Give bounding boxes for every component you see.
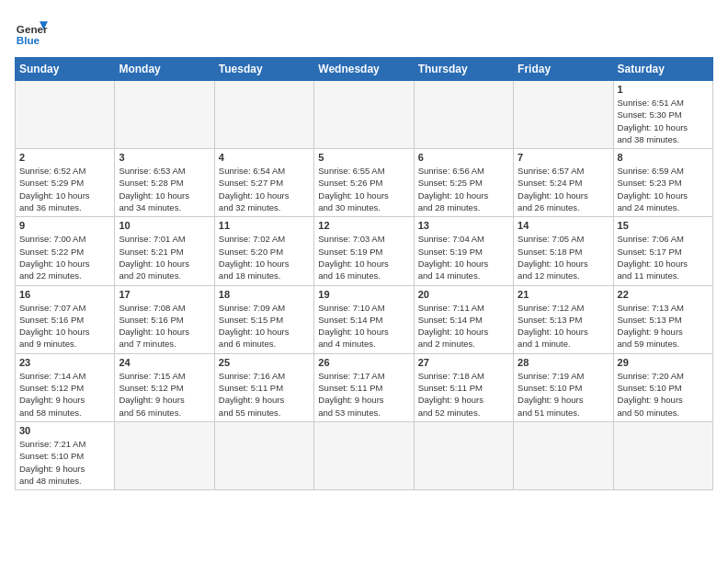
day-number: 17 [119,289,210,300]
day-number: 2 [19,152,110,163]
logo-icon: General Blue [15,15,48,48]
calendar-day-25: 25Sunrise: 7:16 AMSunset: 5:11 PMDayligh… [214,353,313,421]
calendar-day-empty [214,421,313,489]
day-number: 23 [19,357,110,368]
calendar-day-15: 15Sunrise: 7:06 AMSunset: 5:17 PMDayligh… [613,217,712,285]
calendar-day-12: 12Sunrise: 7:03 AMSunset: 5:19 PMDayligh… [314,217,414,285]
day-info: Sunrise: 7:20 AMSunset: 5:10 PMDaylight:… [618,370,709,419]
day-number: 25 [219,357,310,368]
calendar-day-20: 20Sunrise: 7:11 AMSunset: 5:14 PMDayligh… [414,285,513,353]
day-info: Sunrise: 7:11 AMSunset: 5:14 PMDaylight:… [418,302,509,350]
calendar-day-empty [115,81,214,149]
day-number: 28 [518,357,609,368]
day-number: 8 [618,152,709,163]
day-info: Sunrise: 7:04 AMSunset: 5:19 PMDaylight:… [418,233,509,282]
calendar-day-13: 13Sunrise: 7:04 AMSunset: 5:19 PMDayligh… [414,217,513,285]
calendar-day-empty [414,81,513,149]
calendar-day-24: 24Sunrise: 7:15 AMSunset: 5:12 PMDayligh… [115,353,214,421]
calendar-day-11: 11Sunrise: 7:02 AMSunset: 5:20 PMDayligh… [214,217,313,285]
day-info: Sunrise: 7:09 AMSunset: 5:15 PMDaylight:… [219,302,310,350]
calendar-day-empty [514,81,613,149]
calendar-day-23: 23Sunrise: 7:14 AMSunset: 5:12 PMDayligh… [16,353,115,421]
day-info: Sunrise: 7:03 AMSunset: 5:19 PMDaylight:… [318,233,409,282]
calendar-day-10: 10Sunrise: 7:01 AMSunset: 5:21 PMDayligh… [115,217,214,285]
calendar-day-1: 1Sunrise: 6:51 AMSunset: 5:30 PMDaylight… [613,81,712,149]
day-number: 15 [618,220,709,231]
calendar-day-16: 16Sunrise: 7:07 AMSunset: 5:16 PMDayligh… [16,285,115,353]
weekday-header-friday: Friday [514,58,613,81]
day-info: Sunrise: 6:54 AMSunset: 5:27 PMDaylight:… [219,165,310,213]
weekday-header-saturday: Saturday [613,58,712,81]
day-info: Sunrise: 6:57 AMSunset: 5:24 PMDaylight:… [518,165,609,213]
calendar-week-row: 16Sunrise: 7:07 AMSunset: 5:16 PMDayligh… [16,285,713,353]
day-info: Sunrise: 7:07 AMSunset: 5:16 PMDaylight:… [19,302,110,350]
calendar-day-21: 21Sunrise: 7:12 AMSunset: 5:13 PMDayligh… [514,285,613,353]
weekday-header-thursday: Thursday [414,58,513,81]
day-number: 22 [618,289,709,300]
day-info: Sunrise: 6:51 AMSunset: 5:30 PMDaylight:… [618,97,709,145]
day-info: Sunrise: 7:08 AMSunset: 5:16 PMDaylight:… [119,302,210,350]
day-number: 10 [119,220,210,231]
day-info: Sunrise: 7:13 AMSunset: 5:13 PMDaylight:… [618,302,709,350]
calendar-day-29: 29Sunrise: 7:20 AMSunset: 5:10 PMDayligh… [613,353,712,421]
header: General Blue [15,15,713,48]
calendar-day-30: 30Sunrise: 7:21 AMSunset: 5:10 PMDayligh… [16,421,115,489]
calendar-day-empty [414,421,513,489]
calendar-day-4: 4Sunrise: 6:54 AMSunset: 5:27 PMDaylight… [214,149,313,217]
calendar-week-row: 9Sunrise: 7:00 AMSunset: 5:22 PMDaylight… [16,217,713,285]
calendar-day-26: 26Sunrise: 7:17 AMSunset: 5:11 PMDayligh… [314,353,414,421]
day-info: Sunrise: 7:00 AMSunset: 5:22 PMDaylight:… [19,233,110,282]
calendar-day-empty [314,81,414,149]
day-number: 14 [518,220,609,231]
day-number: 3 [119,152,210,163]
calendar-day-8: 8Sunrise: 6:59 AMSunset: 5:23 PMDaylight… [613,149,712,217]
calendar-day-28: 28Sunrise: 7:19 AMSunset: 5:10 PMDayligh… [514,353,613,421]
day-number: 24 [119,357,210,368]
calendar-day-7: 7Sunrise: 6:57 AMSunset: 5:24 PMDaylight… [514,149,613,217]
weekday-header-sunday: Sunday [16,58,115,81]
day-number: 30 [19,425,110,436]
weekday-header-monday: Monday [115,58,214,81]
day-number: 5 [318,152,409,163]
day-info: Sunrise: 6:55 AMSunset: 5:26 PMDaylight:… [318,165,409,213]
day-info: Sunrise: 6:52 AMSunset: 5:29 PMDaylight:… [19,165,110,213]
calendar-week-row: 1Sunrise: 6:51 AMSunset: 5:30 PMDaylight… [16,81,713,149]
calendar-day-3: 3Sunrise: 6:53 AMSunset: 5:28 PMDaylight… [115,149,214,217]
calendar-day-2: 2Sunrise: 6:52 AMSunset: 5:29 PMDaylight… [16,149,115,217]
calendar-day-empty [314,421,414,489]
day-number: 26 [318,357,409,368]
day-number: 19 [318,289,409,300]
calendar-week-row: 30Sunrise: 7:21 AMSunset: 5:10 PMDayligh… [16,421,713,489]
day-info: Sunrise: 7:12 AMSunset: 5:13 PMDaylight:… [518,302,609,350]
day-info: Sunrise: 6:56 AMSunset: 5:25 PMDaylight:… [418,165,509,213]
day-number: 7 [518,152,609,163]
calendar-day-empty [514,421,613,489]
day-number: 18 [219,289,310,300]
day-info: Sunrise: 7:15 AMSunset: 5:12 PMDaylight:… [119,370,210,419]
day-number: 16 [19,289,110,300]
calendar-day-22: 22Sunrise: 7:13 AMSunset: 5:13 PMDayligh… [613,285,712,353]
calendar: SundayMondayTuesdayWednesdayThursdayFrid… [15,57,713,490]
day-number: 6 [418,152,509,163]
calendar-day-18: 18Sunrise: 7:09 AMSunset: 5:15 PMDayligh… [214,285,313,353]
calendar-day-27: 27Sunrise: 7:18 AMSunset: 5:11 PMDayligh… [414,353,513,421]
calendar-day-5: 5Sunrise: 6:55 AMSunset: 5:26 PMDaylight… [314,149,414,217]
day-info: Sunrise: 7:21 AMSunset: 5:10 PMDaylight:… [19,438,110,487]
weekday-header-wednesday: Wednesday [314,58,414,81]
day-info: Sunrise: 7:17 AMSunset: 5:11 PMDaylight:… [318,370,409,419]
day-info: Sunrise: 7:06 AMSunset: 5:17 PMDaylight:… [618,233,709,282]
day-info: Sunrise: 7:18 AMSunset: 5:11 PMDaylight:… [418,370,509,419]
day-info: Sunrise: 6:59 AMSunset: 5:23 PMDaylight:… [618,165,709,213]
day-info: Sunrise: 7:19 AMSunset: 5:10 PMDaylight:… [518,370,609,419]
calendar-week-row: 2Sunrise: 6:52 AMSunset: 5:29 PMDaylight… [16,149,713,217]
day-number: 20 [418,289,509,300]
svg-text:Blue: Blue [17,34,40,46]
weekday-header-tuesday: Tuesday [214,58,313,81]
calendar-day-empty [115,421,214,489]
day-number: 27 [418,357,509,368]
day-number: 21 [518,289,609,300]
day-number: 12 [318,220,409,231]
day-info: Sunrise: 7:14 AMSunset: 5:12 PMDaylight:… [19,370,110,419]
day-number: 4 [219,152,310,163]
day-info: Sunrise: 6:53 AMSunset: 5:28 PMDaylight:… [119,165,210,213]
